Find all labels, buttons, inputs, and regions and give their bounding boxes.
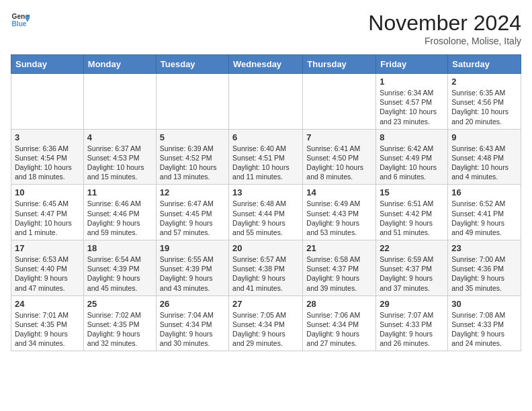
calendar-cell: 17Sunrise: 6:53 AM Sunset: 4:40 PM Dayli… — [11, 240, 84, 296]
calendar-cell: 7Sunrise: 6:41 AM Sunset: 4:50 PM Daylig… — [303, 129, 376, 185]
day-info: Sunrise: 6:36 AM Sunset: 4:54 PM Dayligh… — [15, 144, 80, 182]
calendar-cell: 29Sunrise: 7:07 AM Sunset: 4:33 PM Dayli… — [376, 295, 448, 351]
day-info: Sunrise: 6:35 AM Sunset: 4:56 PM Dayligh… — [451, 88, 517, 126]
day-info: Sunrise: 6:59 AM Sunset: 4:37 PM Dayligh… — [380, 255, 444, 293]
calendar-cell: 25Sunrise: 7:02 AM Sunset: 4:35 PM Dayli… — [83, 295, 156, 351]
calendar-cell: 22Sunrise: 6:59 AM Sunset: 4:37 PM Dayli… — [376, 240, 448, 296]
calendar-cell: 27Sunrise: 7:05 AM Sunset: 4:34 PM Dayli… — [229, 295, 303, 351]
day-number: 20 — [232, 243, 299, 253]
day-info: Sunrise: 7:00 AM Sunset: 4:36 PM Dayligh… — [451, 255, 517, 293]
day-info: Sunrise: 6:54 AM Sunset: 4:39 PM Dayligh… — [87, 255, 152, 293]
day-number: 24 — [15, 299, 80, 309]
day-info: Sunrise: 6:37 AM Sunset: 4:53 PM Dayligh… — [87, 144, 152, 182]
day-info: Sunrise: 6:43 AM Sunset: 4:48 PM Dayligh… — [451, 144, 517, 182]
calendar-cell: 11Sunrise: 6:46 AM Sunset: 4:46 PM Dayli… — [83, 185, 156, 240]
day-number: 9 — [451, 132, 517, 142]
day-number: 26 — [160, 299, 225, 309]
day-number: 25 — [87, 299, 152, 309]
day-info: Sunrise: 6:34 AM Sunset: 4:57 PM Dayligh… — [380, 88, 444, 126]
svg-text:Blue: Blue — [12, 20, 27, 28]
calendar-cell: 8Sunrise: 6:42 AM Sunset: 4:49 PM Daylig… — [376, 129, 448, 185]
day-number: 21 — [306, 243, 372, 253]
day-number: 18 — [87, 243, 152, 253]
day-number: 17 — [15, 243, 80, 253]
day-number: 4 — [87, 132, 152, 142]
day-number: 3 — [15, 132, 80, 142]
calendar-week-row: 1Sunrise: 6:34 AM Sunset: 4:57 PM Daylig… — [11, 74, 521, 130]
day-number: 11 — [87, 187, 152, 197]
day-number: 5 — [160, 132, 225, 142]
day-info: Sunrise: 6:42 AM Sunset: 4:49 PM Dayligh… — [380, 144, 444, 182]
calendar-week-row: 24Sunrise: 7:01 AM Sunset: 4:35 PM Dayli… — [11, 295, 521, 351]
day-info: Sunrise: 7:01 AM Sunset: 4:35 PM Dayligh… — [15, 310, 80, 349]
day-number: 22 — [380, 243, 444, 253]
header: General Blue November 2024 Frosolone, Mo… — [11, 11, 521, 46]
day-number: 12 — [160, 187, 225, 197]
day-info: Sunrise: 7:02 AM Sunset: 4:35 PM Dayligh… — [87, 310, 152, 349]
calendar-cell: 12Sunrise: 6:47 AM Sunset: 4:45 PM Dayli… — [156, 185, 228, 240]
weekday-header: Monday — [83, 55, 156, 74]
weekday-header: Sunday — [11, 55, 84, 74]
calendar-cell: 23Sunrise: 7:00 AM Sunset: 4:36 PM Dayli… — [448, 240, 521, 296]
day-info: Sunrise: 6:57 AM Sunset: 4:38 PM Dayligh… — [232, 255, 299, 293]
calendar-cell: 5Sunrise: 6:39 AM Sunset: 4:52 PM Daylig… — [156, 129, 228, 185]
calendar-cell: 9Sunrise: 6:43 AM Sunset: 4:48 PM Daylig… — [448, 129, 521, 185]
day-number: 19 — [160, 243, 225, 253]
weekday-header: Thursday — [303, 55, 376, 74]
calendar-cell: 13Sunrise: 6:48 AM Sunset: 4:44 PM Dayli… — [229, 185, 303, 240]
calendar-cell: 20Sunrise: 6:57 AM Sunset: 4:38 PM Dayli… — [229, 240, 303, 296]
day-info: Sunrise: 6:58 AM Sunset: 4:37 PM Dayligh… — [306, 255, 372, 293]
weekday-header: Tuesday — [156, 55, 228, 74]
calendar-cell: 4Sunrise: 6:37 AM Sunset: 4:53 PM Daylig… — [83, 129, 156, 185]
page: General Blue November 2024 Frosolone, Mo… — [0, 0, 532, 362]
day-info: Sunrise: 6:55 AM Sunset: 4:39 PM Dayligh… — [160, 255, 225, 293]
month-title: November 2024 — [368, 11, 521, 36]
title-block: November 2024 Frosolone, Molise, Italy — [368, 11, 521, 46]
day-number: 10 — [15, 187, 80, 197]
calendar-cell: 3Sunrise: 6:36 AM Sunset: 4:54 PM Daylig… — [11, 129, 84, 185]
day-info: Sunrise: 6:52 AM Sunset: 4:41 PM Dayligh… — [451, 199, 517, 237]
day-number: 27 — [232, 299, 299, 309]
weekday-header: Saturday — [448, 55, 521, 74]
day-info: Sunrise: 6:49 AM Sunset: 4:43 PM Dayligh… — [306, 199, 372, 237]
calendar-cell — [11, 74, 84, 130]
day-number: 13 — [232, 187, 299, 197]
day-number: 16 — [451, 187, 517, 197]
calendar-cell: 15Sunrise: 6:51 AM Sunset: 4:42 PM Dayli… — [376, 185, 448, 240]
calendar-cell: 21Sunrise: 6:58 AM Sunset: 4:37 PM Dayli… — [303, 240, 376, 296]
logo: General Blue — [11, 11, 30, 30]
calendar-cell — [156, 74, 228, 130]
day-info: Sunrise: 6:40 AM Sunset: 4:51 PM Dayligh… — [232, 144, 299, 182]
calendar-cell: 6Sunrise: 6:40 AM Sunset: 4:51 PM Daylig… — [229, 129, 303, 185]
day-info: Sunrise: 6:47 AM Sunset: 4:45 PM Dayligh… — [160, 199, 225, 237]
calendar-cell: 14Sunrise: 6:49 AM Sunset: 4:43 PM Dayli… — [303, 185, 376, 240]
day-info: Sunrise: 6:39 AM Sunset: 4:52 PM Dayligh… — [160, 144, 225, 182]
calendar-cell: 26Sunrise: 7:04 AM Sunset: 4:34 PM Dayli… — [156, 295, 228, 351]
day-info: Sunrise: 7:06 AM Sunset: 4:34 PM Dayligh… — [306, 310, 372, 349]
day-number: 7 — [306, 132, 372, 142]
calendar-cell: 1Sunrise: 6:34 AM Sunset: 4:57 PM Daylig… — [376, 74, 448, 130]
day-number: 2 — [451, 77, 517, 87]
calendar-week-row: 17Sunrise: 6:53 AM Sunset: 4:40 PM Dayli… — [11, 240, 521, 296]
calendar-table: SundayMondayTuesdayWednesdayThursdayFrid… — [11, 54, 521, 351]
calendar-header-row: SundayMondayTuesdayWednesdayThursdayFrid… — [11, 55, 521, 74]
calendar-cell: 28Sunrise: 7:06 AM Sunset: 4:34 PM Dayli… — [303, 295, 376, 351]
day-info: Sunrise: 7:05 AM Sunset: 4:34 PM Dayligh… — [232, 310, 299, 349]
calendar-cell — [303, 74, 376, 130]
calendar-cell: 24Sunrise: 7:01 AM Sunset: 4:35 PM Dayli… — [11, 295, 84, 351]
calendar-cell: 18Sunrise: 6:54 AM Sunset: 4:39 PM Dayli… — [83, 240, 156, 296]
day-info: Sunrise: 6:45 AM Sunset: 4:47 PM Dayligh… — [15, 199, 80, 237]
day-number: 29 — [380, 299, 444, 309]
day-number: 15 — [380, 187, 444, 197]
calendar-cell: 30Sunrise: 7:08 AM Sunset: 4:33 PM Dayli… — [448, 295, 521, 351]
calendar-cell — [83, 74, 156, 130]
day-info: Sunrise: 6:53 AM Sunset: 4:40 PM Dayligh… — [15, 255, 80, 293]
day-number: 30 — [451, 299, 517, 309]
logo-icon: General Blue — [11, 11, 30, 30]
calendar-cell: 16Sunrise: 6:52 AM Sunset: 4:41 PM Dayli… — [448, 185, 521, 240]
calendar-cell: 10Sunrise: 6:45 AM Sunset: 4:47 PM Dayli… — [11, 185, 84, 240]
day-info: Sunrise: 6:46 AM Sunset: 4:46 PM Dayligh… — [87, 199, 152, 237]
day-number: 23 — [451, 243, 517, 253]
day-number: 1 — [380, 77, 444, 87]
day-number: 8 — [380, 132, 444, 142]
